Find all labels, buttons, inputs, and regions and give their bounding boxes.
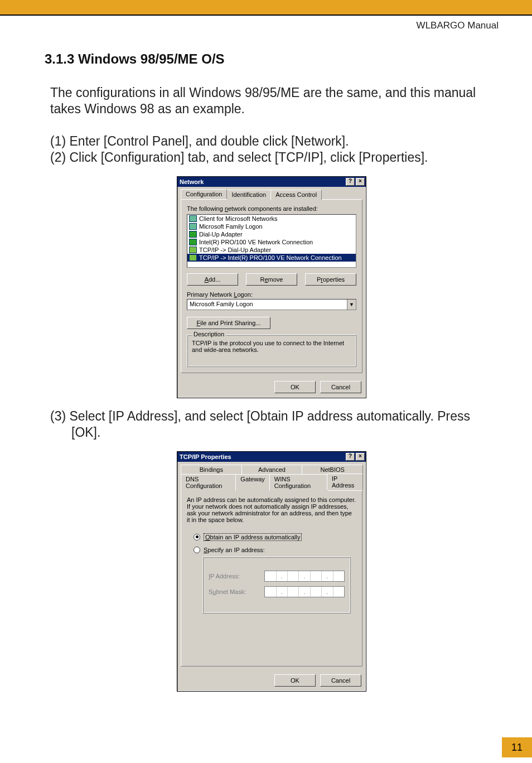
list-item[interactable]: Intel(R) PRO/100 VE Network Connection xyxy=(187,238,356,246)
description-legend: Description xyxy=(192,331,226,337)
tcpip-dialog: TCP/IP Properties ? × Bindings Advanced … xyxy=(177,451,366,692)
tab-advanced[interactable]: Advanced xyxy=(241,465,303,474)
description-group: Description TCP/IP is the protocol you u… xyxy=(187,335,356,367)
components-listbox[interactable]: Client for Microsoft Networks Microsoft … xyxy=(187,214,356,268)
radio-obtain-auto[interactable]: Obtain an IP address automatically xyxy=(187,532,356,542)
tcpip-titlebar: TCP/IP Properties ? × xyxy=(177,452,366,462)
tcpip-tabs-row2: DNS Configuration Gateway WINS Configura… xyxy=(177,474,366,490)
logon-label: Primary Network Logon: xyxy=(187,291,356,298)
section-heading: 3.1.3 Windows 98/95/ME O/S xyxy=(45,51,499,67)
file-print-sharing-button[interactable]: File and Print Sharing... xyxy=(187,317,270,329)
ip-address-input: ... xyxy=(264,571,345,582)
step-3: (3) Select [IP Address], and select [Obt… xyxy=(45,408,499,441)
tab-netbios[interactable]: NetBIOS xyxy=(302,465,363,474)
page-number: 11 xyxy=(502,737,532,757)
ok-button[interactable]: OK xyxy=(274,674,316,687)
page-content: 3.1.3 Windows 98/95/ME O/S The configura… xyxy=(0,16,532,692)
subnet-mask-label: Subnet Mask: xyxy=(209,588,257,595)
tab-bindings[interactable]: Bindings xyxy=(181,465,242,474)
tcpip-title: TCP/IP Properties xyxy=(180,452,231,462)
manual-title: WLBARGO Manual xyxy=(417,20,499,31)
ip-address-label: IP Address: xyxy=(209,573,257,580)
cancel-button[interactable]: Cancel xyxy=(320,381,361,393)
components-label: The following network components are ins… xyxy=(187,205,356,212)
protocol-icon xyxy=(189,247,197,253)
intro-paragraph: The configurations in all Windows 98/95/… xyxy=(45,85,499,118)
tcpip-tabs-row1: Bindings Advanced NetBIOS xyxy=(177,462,366,474)
tab-gateway[interactable]: Gateway xyxy=(235,474,269,491)
step-1: (1) Enter [Control Panel], and double cl… xyxy=(45,133,499,149)
adapter-icon xyxy=(189,239,197,245)
logon-value: Microsoft Family Logon xyxy=(187,300,347,310)
tcpip-panel: An IP address can be automatically assig… xyxy=(181,490,362,667)
close-icon[interactable]: × xyxy=(356,453,365,461)
tab-identification[interactable]: Identification xyxy=(226,190,271,200)
list-item[interactable]: TCP/IP -> Dial-Up Adapter xyxy=(187,246,356,254)
chevron-down-icon[interactable]: ▼ xyxy=(347,300,356,310)
radio-icon xyxy=(194,534,200,540)
list-item-selected[interactable]: TCP/IP -> Intel(R) PRO/100 VE Network Co… xyxy=(187,254,356,262)
network-panel: The following network components are ins… xyxy=(181,199,362,373)
protocol-icon xyxy=(189,254,197,261)
help-icon[interactable]: ? xyxy=(346,453,355,461)
close-icon[interactable]: × xyxy=(356,178,365,186)
ip-group: IP Address: ... Subnet Mask: ... xyxy=(202,557,351,614)
tab-wins[interactable]: WINS Configuration xyxy=(269,474,327,491)
client-icon xyxy=(189,223,197,230)
adapter-icon xyxy=(189,231,197,238)
radio-specify[interactable]: Specify an IP address: xyxy=(187,545,356,554)
remove-button[interactable]: Remove xyxy=(246,273,297,286)
network-titlebar: Network ? × xyxy=(177,177,366,187)
tab-ip-address[interactable]: IP Address xyxy=(327,474,363,490)
radio-icon xyxy=(194,547,200,553)
tcpip-info-text: An IP address can be automatically assig… xyxy=(187,496,356,523)
tab-configuration[interactable]: Configuration xyxy=(181,189,227,199)
step-2: (2) Click [Configuration] tab, and selec… xyxy=(45,149,499,166)
client-icon xyxy=(189,215,197,222)
help-icon[interactable]: ? xyxy=(346,178,355,186)
top-bar xyxy=(0,0,532,16)
description-text: TCP/IP is the protocol you use to connec… xyxy=(192,340,351,353)
ok-button[interactable]: OK xyxy=(274,381,316,393)
properties-button[interactable]: Properties xyxy=(305,273,356,286)
network-dialog: Network ? × Configuration Identification… xyxy=(177,176,366,398)
subnet-mask-input: ... xyxy=(264,586,345,597)
add-button[interactable]: Add... xyxy=(187,273,238,286)
tab-access-control[interactable]: Access Control xyxy=(270,190,322,200)
logon-combo[interactable]: Microsoft Family Logon ▼ xyxy=(187,299,356,310)
network-tabs: Configuration Identification Access Cont… xyxy=(177,187,366,199)
tab-dns[interactable]: DNS Configuration xyxy=(181,474,236,491)
list-item[interactable]: Microsoft Family Logon xyxy=(187,223,356,230)
cancel-button[interactable]: Cancel xyxy=(320,674,361,687)
network-title: Network xyxy=(180,177,204,187)
list-item[interactable]: Dial-Up Adapter xyxy=(187,230,356,238)
list-item[interactable]: Client for Microsoft Networks xyxy=(187,215,356,223)
